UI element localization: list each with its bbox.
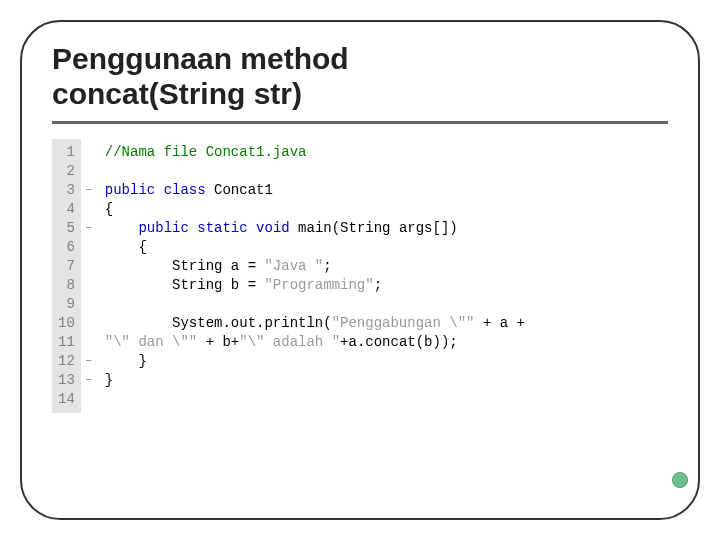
code-keyword: static [197, 220, 247, 236]
line-number: 2 [58, 162, 75, 181]
code-text: + b+ [197, 334, 239, 350]
fold-mark [83, 314, 95, 333]
line-number: 5 [58, 219, 75, 238]
decorative-dot-icon [672, 472, 688, 488]
title-line-2: concat(String str) [52, 77, 302, 110]
line-number: 13 [58, 371, 75, 390]
code-string: "Programming" [264, 277, 373, 293]
line-number: 14 [58, 390, 75, 409]
line-number: 8 [58, 276, 75, 295]
code-text: Concat1 [206, 182, 273, 198]
slide-title: Penggunaan method concat(String str) [52, 42, 668, 124]
fold-mark[interactable]: − [83, 181, 95, 200]
code-keyword: void [256, 220, 290, 236]
code-string: "Java " [264, 258, 323, 274]
line-number: 11 [58, 333, 75, 352]
code-text: String a = [105, 258, 265, 274]
code-text: { [105, 201, 113, 217]
fold-mark [83, 238, 95, 257]
line-number: 9 [58, 295, 75, 314]
code-string: "Penggabungan \"" [332, 315, 475, 331]
fold-mark [83, 390, 95, 409]
line-number-gutter: 1 2 3 4 5 6 7 8 9 10 11 12 13 14 [52, 139, 81, 413]
line-number: 1 [58, 143, 75, 162]
code-text: System.out.println( [105, 315, 332, 331]
fold-mark [83, 257, 95, 276]
code-text: { [105, 239, 147, 255]
line-number: 4 [58, 200, 75, 219]
code-comment: //Nama file Concat1.java [105, 144, 307, 160]
fold-mark [83, 162, 95, 181]
line-number: 10 [58, 314, 75, 333]
code-keyword: class [164, 182, 206, 198]
slide-card: Penggunaan method concat(String str) 1 2… [20, 20, 700, 520]
line-number: 12 [58, 352, 75, 371]
fold-mark [83, 200, 95, 219]
code-keyword: public [105, 182, 155, 198]
code-text: } [105, 353, 147, 369]
fold-mark [83, 143, 95, 162]
code-text: } [105, 372, 113, 388]
code-string: "\" dan \"" [105, 334, 197, 350]
code-text: ; [374, 277, 382, 293]
fold-mark[interactable]: − [83, 371, 95, 390]
code-text: + a + [474, 315, 524, 331]
code-text: main(String args[]) [290, 220, 458, 236]
code-string: "\" adalah " [239, 334, 340, 350]
line-number: 7 [58, 257, 75, 276]
fold-mark [83, 295, 95, 314]
code-text: String b = [105, 277, 265, 293]
fold-mark[interactable]: − [83, 352, 95, 371]
fold-mark[interactable]: − [83, 219, 95, 238]
line-number: 3 [58, 181, 75, 200]
fold-gutter: − − − − [81, 139, 97, 413]
title-line-1: Penggunaan method [52, 42, 349, 75]
line-number: 6 [58, 238, 75, 257]
code-text: ; [323, 258, 331, 274]
code-keyword: public [138, 220, 188, 236]
fold-mark [83, 333, 95, 352]
fold-mark [83, 276, 95, 295]
code-listing: 1 2 3 4 5 6 7 8 9 10 11 12 13 14 − − [52, 139, 668, 413]
code-body: //Nama file Concat1.java public class Co… [97, 139, 533, 413]
code-text: +a.concat(b)); [340, 334, 458, 350]
